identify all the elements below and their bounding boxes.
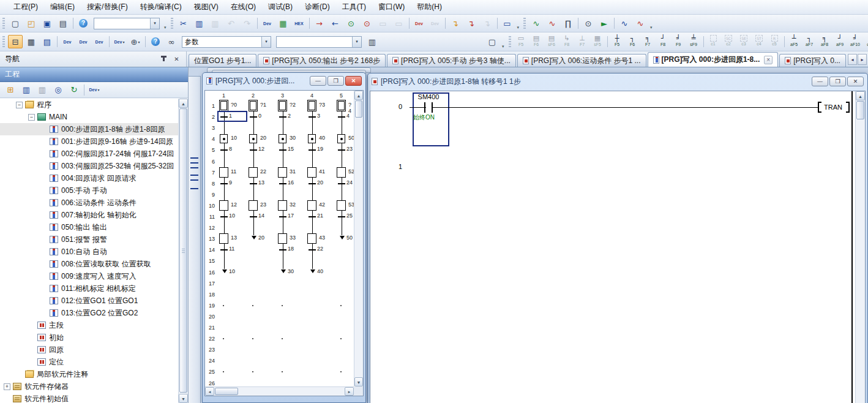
ladder-application-button[interactable]: ╧sF9 (686, 34, 702, 50)
copy-button[interactable]: ▥ (192, 17, 207, 30)
tree-item[interactable]: 初始 (0, 331, 178, 344)
tree-item[interactable]: 050:输出 输出 (0, 221, 178, 233)
scroll-right-icon[interactable]: ▸ (345, 387, 354, 396)
sfc-canvas[interactable]: 1234512345678910111213141516171819202122… (205, 91, 354, 386)
new-data-button[interactable]: ⊞ (3, 83, 18, 97)
sfc-step-insert-button[interactable]: ▭F5 (514, 34, 529, 50)
sfc-block2-insert-button[interactable]: ▤sF6 (544, 34, 559, 50)
sfc-jump-insert-button[interactable]: ↳F8 (559, 34, 575, 50)
scrollbar-thumb[interactable] (215, 388, 238, 395)
sfc-transition[interactable] (220, 216, 228, 217)
pin-icon[interactable] (159, 55, 168, 64)
expand-icon[interactable]: + (4, 383, 10, 390)
tree-item[interactable]: 051:报警 报警 (0, 233, 178, 246)
sfc-initial-step[interactable] (307, 100, 316, 111)
sfc-step-with-action[interactable] (308, 134, 316, 143)
sfc-transition[interactable] (338, 183, 345, 184)
toolbar-overflow-icon[interactable]: ▾ (517, 25, 520, 32)
tree-item[interactable]: 008:位置读取获取 位置获取 (0, 258, 178, 270)
sfc-transition[interactable] (309, 149, 316, 151)
chevron-down-icon[interactable]: ▾ (150, 18, 159, 29)
ladder-close-branch-button[interactable]: ┘F8 (656, 34, 671, 50)
sfc-transition[interactable] (338, 149, 345, 151)
sfc-step[interactable] (219, 167, 228, 178)
ladder-line-delete-button[interactable]: ×cF9 (863, 34, 868, 50)
scroll-up-icon[interactable]: ▲ (179, 99, 188, 108)
sfc-step[interactable] (337, 200, 346, 211)
cross-reference-button[interactable]: ⊕▾ (128, 35, 143, 48)
sfc-horizontal-scrollbar[interactable]: ◂ ▸ (205, 386, 354, 396)
project-tree-scrollbar[interactable]: ▲ ▼ (178, 99, 188, 403)
tab-document[interactable]: [PRG]写入 005:手动 步号3 轴使... (387, 54, 516, 67)
tree-item[interactable]: 000:步进回原1-8轴 步进1-8回原 (0, 123, 178, 135)
tree-item[interactable]: 004:回原请求 回原请求 (0, 172, 178, 184)
monitor-mode-button[interactable]: ▭ (500, 17, 515, 30)
transfer-setup-button[interactable]: ↴ (448, 17, 463, 30)
sfc-transition[interactable] (250, 116, 257, 118)
sfc-window-titlebar[interactable]: [PRG]写入 000:步进回... — ❒ ✕ (203, 73, 365, 89)
sfc-transition[interactable] (338, 116, 345, 118)
sfc-transition[interactable] (250, 216, 257, 217)
ladder-hline2-write-button[interactable]: ┘aF9 (832, 34, 848, 50)
cut-button[interactable]: ✂ (176, 17, 191, 30)
tree-item[interactable]: 003:伺服回原25-32轴 伺服25-32回 (0, 160, 178, 172)
sfc-dummy-step-button[interactable]: ▦sF5 (590, 34, 605, 50)
collapse-icon[interactable]: − (16, 102, 23, 108)
sfc-c1-button[interactable]: c1 (706, 34, 721, 50)
hex-display-button[interactable]: HEX (292, 17, 307, 30)
menu-item[interactable]: 工具(T) (336, 0, 372, 14)
program-list-button[interactable]: ▤ (40, 35, 54, 48)
find-text-combo[interactable]: ▾ (276, 36, 362, 48)
sfc-step[interactable] (249, 167, 258, 178)
help-button[interactable]: ? (76, 17, 91, 30)
sfc-step[interactable] (219, 200, 228, 211)
read-from-plc-button[interactable]: ← (328, 17, 343, 30)
toolbar-overflow-icon[interactable]: ▾ (502, 44, 504, 51)
find-button[interactable]: ∞ (164, 35, 179, 48)
toolbar-grip[interactable] (2, 18, 5, 29)
verify-with-plc-button[interactable]: ⊙ (344, 17, 359, 30)
redo-button[interactable]: ↷ (240, 17, 255, 30)
sfc-se-button[interactable]: SEc3 (736, 34, 752, 50)
toolbar-overflow-icon[interactable]: ▾ (650, 25, 653, 32)
sfc-transition[interactable] (279, 116, 286, 118)
tab-document[interactable]: [PRG]写入 0... (779, 54, 846, 67)
sfc-step-with-action[interactable] (220, 134, 228, 143)
chevron-down-icon[interactable]: ▾ (261, 37, 271, 47)
scrollbar-thumb[interactable] (355, 100, 362, 118)
toolbar-grip[interactable] (171, 18, 173, 29)
tree-item[interactable]: 011:相机标定 相机标定 (0, 282, 178, 295)
sfc-step-with-action[interactable] (337, 134, 345, 143)
tree-item[interactable]: 001:步进回原9-16轴 步进9-14回原 (0, 135, 178, 148)
paste-button[interactable]: ▥ (208, 17, 223, 30)
filter-view-button[interactable]: Dev▾ (87, 83, 102, 97)
ladder-close-contact-button[interactable]: ┐F6 (625, 34, 640, 50)
close-icon[interactable]: ✕ (345, 76, 362, 86)
paste-data-button[interactable]: ▥ (35, 83, 50, 97)
tree-item[interactable]: 定位 (0, 356, 178, 368)
sfc-step[interactable] (337, 167, 346, 178)
menu-item[interactable]: 工程(P) (7, 0, 44, 14)
remote-operation-button[interactable]: ↴ (464, 17, 479, 30)
tab-scroll-right-icon[interactable]: ▸ (858, 54, 867, 65)
restore-icon[interactable]: ❒ (829, 77, 846, 86)
device-comment-edit-button[interactable]: Dev (260, 17, 275, 30)
scroll-down-icon[interactable]: ▼ (179, 394, 188, 403)
ladder-coil-button[interactable]: ╛F9 (671, 34, 686, 50)
plc-parameter-button[interactable]: ▦ (24, 35, 39, 48)
sfc-step-with-action[interactable] (279, 134, 286, 143)
help2-button[interactable]: ? (148, 35, 163, 48)
watch-window-button[interactable]: ▥ (365, 35, 380, 48)
toolbar-overflow-icon[interactable]: ▾ (164, 25, 166, 32)
sfc-initial-step[interactable] (278, 100, 287, 111)
tree-item[interactable]: 002:伺服回原17-24轴 伺服17-24回 (0, 148, 178, 160)
menu-item[interactable]: 搜索/替换(F) (81, 0, 134, 14)
sfc-sc-button[interactable]: SCc2 (721, 34, 736, 50)
watch-device-button[interactable]: ⊙ (581, 17, 596, 30)
sfc-initial-step[interactable] (337, 100, 346, 111)
sfc-step[interactable] (307, 233, 316, 244)
menu-item[interactable]: 编辑(E) (44, 0, 81, 14)
close-icon[interactable]: ✕ (847, 77, 864, 86)
sfc-step[interactable] (307, 200, 316, 211)
plc-merge-button[interactable]: ▭ (392, 17, 406, 30)
